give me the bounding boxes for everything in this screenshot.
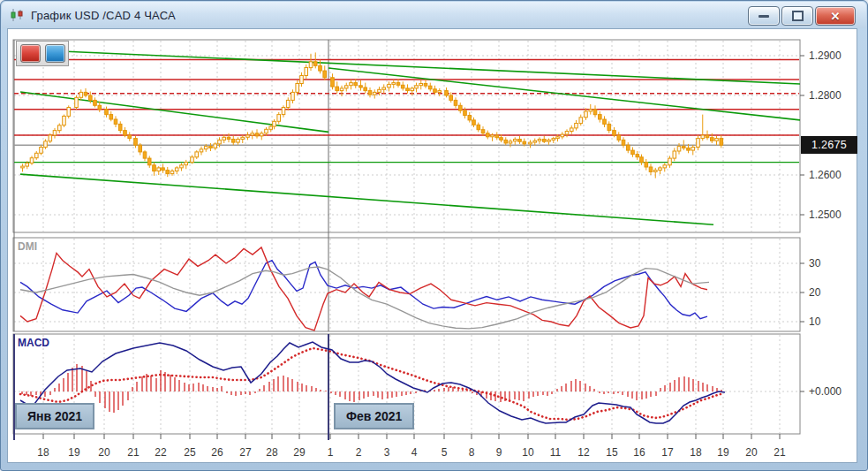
chart-canvas: 1819202122252627282912345891011121516171…	[1, 1, 868, 471]
blue-marker-button[interactable]	[45, 44, 65, 63]
x-axis-day-label: 16	[633, 446, 645, 459]
x-axis-day-label: 19	[717, 446, 729, 459]
month-badge-january: Янв 2021	[15, 403, 94, 429]
axis-tick-label: 30	[809, 257, 821, 270]
x-axis-day-label: 8	[469, 446, 475, 459]
x-axis-day-label: 22	[155, 446, 167, 459]
x-axis-day-label: 1	[328, 446, 334, 459]
chart-mini-toolbar	[16, 41, 69, 66]
axis-tick-label: 1.2600	[809, 169, 842, 181]
x-axis-day-label: 2	[356, 446, 362, 459]
x-axis-day-label: 25	[184, 446, 196, 459]
red-marker-button[interactable]	[20, 44, 41, 63]
x-axis-day-label: 27	[239, 446, 252, 459]
x-axis-day-label: 18	[690, 446, 702, 459]
x-axis-day-label: 20	[98, 446, 110, 459]
x-axis-day-label: 28	[266, 446, 278, 459]
x-axis-day-label: 4	[411, 446, 418, 459]
x-axis-day-label: 10	[522, 446, 534, 459]
axis-tick-label: 10	[809, 315, 821, 328]
chart-window: График USD /CAD 4 ЧАСА ✕ 181920212225262…	[0, 0, 868, 471]
x-axis-day-label: 19	[68, 446, 80, 459]
axis-tick-label: 1.2800	[809, 89, 842, 102]
x-axis-day-label: 9	[496, 446, 502, 459]
macd-panel-label: MACD	[18, 337, 49, 349]
x-axis-day-label: 26	[211, 446, 223, 459]
x-axis-day-label: 3	[384, 446, 390, 459]
x-axis-day-label: 5	[442, 446, 448, 459]
month-badge-february: Фев 2021	[334, 403, 414, 429]
x-axis-day-label: 11	[550, 446, 562, 459]
axis-tick-label: +0.000	[809, 385, 842, 398]
axis-tick-label: 20	[809, 286, 821, 299]
x-axis-day-label: 29	[293, 446, 306, 459]
axis-tick-label: 1.2900	[809, 49, 842, 62]
dmi-panel-label: DMI	[18, 240, 37, 253]
x-axis-day-label: 21	[774, 446, 786, 459]
current-price-badge: 1.2675	[801, 136, 857, 154]
x-axis-day-label: 20	[745, 446, 758, 459]
x-axis-day-label: 15	[606, 446, 618, 459]
x-axis-day-label: 12	[577, 446, 590, 459]
x-axis-day-label: 21	[127, 446, 140, 459]
x-axis-day-label: 18	[37, 446, 49, 459]
x-axis-day-label: 17	[661, 446, 674, 459]
axis-tick-label: 1.2500	[809, 209, 842, 221]
